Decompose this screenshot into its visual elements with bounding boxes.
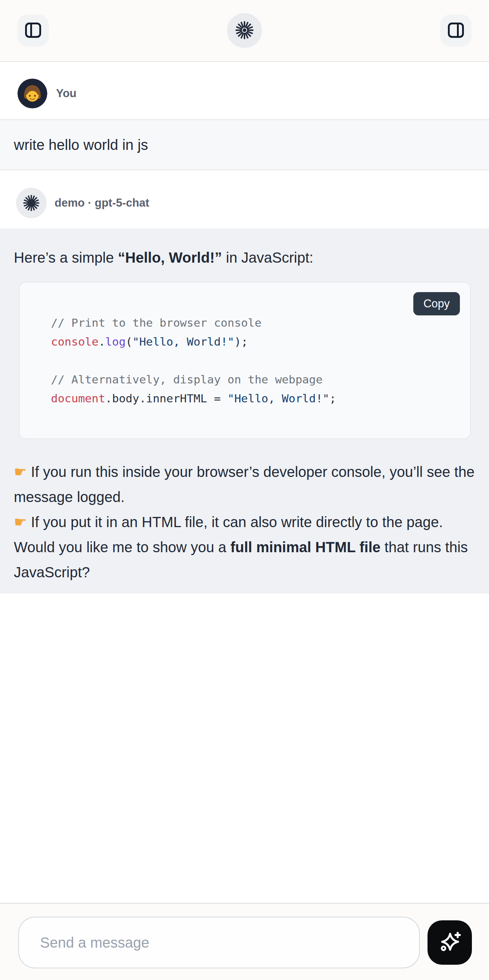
code-line: // Alternatively, display on the webpage [51, 370, 456, 389]
copy-button[interactable]: Copy [413, 292, 460, 315]
message-input[interactable] [18, 917, 420, 968]
tip-line: ☛ If you run this inside your browser’s … [14, 460, 475, 510]
user-message-bubble: write hello world in js [0, 119, 489, 170]
top-bar [0, 0, 489, 62]
code-line: console.log("Hello, World!"); [51, 332, 456, 351]
sidebar-toggle-button[interactable] [18, 14, 49, 46]
sidebar-left-icon [24, 21, 43, 41]
tips: ☛ If you run this inside your browser’s … [14, 460, 475, 535]
question-paragraph: Would you like me to show you a full min… [14, 535, 475, 585]
pointing-hand-icon: ☛ [14, 514, 27, 530]
user-message-text: write hello world in js [14, 137, 148, 153]
assistant-message: Here’s a simple “Hello, World!” in JavaS… [0, 228, 489, 594]
send-button[interactable] [427, 920, 472, 965]
tip-text: If you run this inside your browser’s de… [14, 464, 475, 505]
user-sender-label: You [56, 87, 76, 100]
right-panel-toggle-button[interactable] [440, 14, 471, 46]
assistant-message-header: demo · gpt-5-chat [16, 188, 473, 218]
sidebar-right-icon [446, 21, 465, 41]
composer-bar [0, 903, 489, 980]
pointing-hand-icon: ☛ [14, 463, 27, 480]
code-content: // Print to the browser consoleconsole.l… [51, 313, 456, 408]
sparkle-icon [437, 929, 462, 956]
intro-paragraph: Here’s a simple “Hello, World!” in JavaS… [14, 245, 475, 270]
model-logo-button[interactable] [227, 13, 262, 48]
code-line [51, 351, 456, 370]
assistant-model-label: demo · gpt-5-chat [54, 196, 149, 210]
user-message-header: You [18, 79, 471, 108]
code-line: document.body.innerHTML = "Hello, World!… [51, 389, 456, 408]
tip-line: ☛ If you put it in an HTML file, it can … [14, 510, 475, 535]
user-avatar [18, 79, 47, 108]
code-line: // Print to the browser console [51, 313, 456, 332]
starburst-icon [234, 20, 255, 42]
tip-text: If you put it in an HTML file, it can al… [27, 514, 443, 530]
assistant-avatar [16, 188, 46, 218]
code-block: Copy // Print to the browser consolecons… [19, 282, 471, 439]
